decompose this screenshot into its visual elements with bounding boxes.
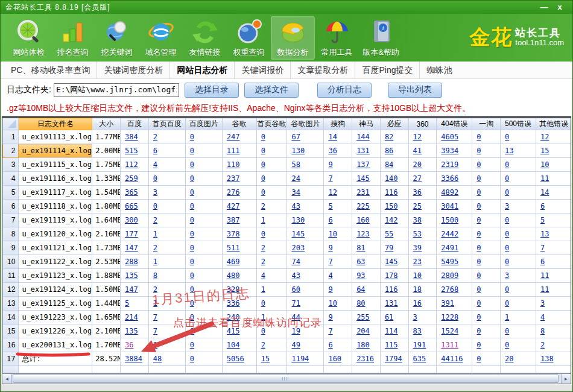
stat-link[interactable]: 84 <box>385 160 393 169</box>
stat-link[interactable]: 3 <box>505 271 509 280</box>
table-row[interactable]: 15u_ex191226_x.log2.10MB1357041501972041… <box>3 324 572 338</box>
stat-link[interactable]: 135 <box>125 327 138 335</box>
stat-link[interactable]: 0 <box>476 202 481 210</box>
column-header[interactable]: 谷歌 <box>222 118 256 130</box>
stat-link[interactable]: 67 <box>291 133 300 141</box>
table-row[interactable]: 3u_ex191115_x.log1.75MB11240110058913784… <box>3 158 572 172</box>
stat-link[interactable]: 36 <box>125 341 133 349</box>
stat-link[interactable]: 111 <box>227 147 240 155</box>
stat-link[interactable]: 7 <box>540 244 545 252</box>
stat-link[interactable]: 8 <box>540 327 545 335</box>
table-row[interactable]: 6u_ex191118_x.log1.80MB66500427243522515… <box>3 200 572 213</box>
stat-link[interactable]: 0 <box>190 174 194 183</box>
stat-link[interactable]: 255 <box>356 313 370 321</box>
stat-link[interactable]: 1 <box>153 230 157 238</box>
stat-link[interactable]: 0 <box>261 299 265 308</box>
tab-3[interactable]: 网站日志分析 <box>170 62 235 79</box>
stat-link[interactable]: 55 <box>385 230 393 238</box>
stat-link[interactable]: 0 <box>505 160 509 169</box>
table-row[interactable]: 13u_ex191125_x.log1.44MB5103360711080131… <box>3 297 572 311</box>
stat-link[interactable]: 5 <box>125 299 129 308</box>
stat-link[interactable]: 2 <box>153 216 157 224</box>
stat-link[interactable]: 9 <box>328 313 332 321</box>
stat-link[interactable]: 0 <box>261 230 265 238</box>
table-row[interactable]: 9u_ex191121_x.log1.73MB14720511220398179… <box>3 241 572 255</box>
stat-link[interactable]: 0 <box>476 244 481 252</box>
scrollbar-track[interactable] <box>12 374 561 384</box>
stat-link[interactable]: 0 <box>190 258 194 266</box>
stat-link[interactable]: 6 <box>540 258 545 266</box>
table-row[interactable]: 1u_ex191113_x.log1.77MB38420247067141448… <box>3 130 572 144</box>
stat-link[interactable]: 288 <box>125 258 138 266</box>
scroll-left-button[interactable]: ◄ <box>2 374 12 384</box>
stat-link[interactable]: 142 <box>385 216 398 224</box>
stat-link[interactable]: 6 <box>153 147 157 155</box>
stat-link[interactable]: 1194 <box>291 355 309 363</box>
stat-link[interactable]: 81 <box>356 244 365 252</box>
stat-link[interactable]: 24 <box>291 174 300 183</box>
stat-link[interactable]: 0 <box>190 355 194 363</box>
stat-link[interactable]: 0 <box>505 285 509 294</box>
stat-link[interactable]: 7 <box>328 258 332 266</box>
stat-link[interactable]: 0 <box>190 202 194 210</box>
stat-link[interactable]: 1 <box>261 285 265 294</box>
stat-link[interactable]: 5056 <box>227 355 244 363</box>
stat-link[interactable]: 2491 <box>441 244 458 252</box>
stat-link[interactable]: 123 <box>356 230 370 238</box>
stat-link[interactable]: 7 <box>328 327 332 335</box>
stat-link[interactable]: 144 <box>356 133 370 141</box>
stat-link[interactable]: 0 <box>505 174 509 183</box>
tab-7[interactable]: 蜘蛛池 <box>420 62 458 79</box>
stat-link[interactable]: 10 <box>540 160 549 169</box>
stat-link[interactable]: 665 <box>125 202 138 210</box>
stat-link[interactable]: 3366 <box>441 174 458 183</box>
table-row[interactable]: 5u_ex191117_x.log1.54MB36530276034122311… <box>3 186 572 200</box>
table-row[interactable]: 7u_ex191119_x.log1.64MB30020387113061601… <box>3 213 572 227</box>
stat-link[interactable]: 2 <box>261 258 265 266</box>
stat-link[interactable]: 3041 <box>441 202 458 210</box>
stat-link[interactable]: 0 <box>476 355 481 363</box>
stat-link[interactable]: 0 <box>505 327 509 335</box>
stat-link[interactable]: 80 <box>356 299 365 308</box>
stat-link[interactable]: 147 <box>125 244 138 252</box>
stat-link[interactable]: 1228 <box>441 313 458 321</box>
close-button[interactable]: x <box>552 1 568 13</box>
stat-link[interactable]: 191 <box>413 341 426 349</box>
stat-link[interactable]: 0 <box>476 188 481 197</box>
stat-link[interactable]: 203 <box>291 244 305 252</box>
stat-link[interactable]: 384 <box>125 133 138 141</box>
stat-link[interactable]: 135 <box>125 271 138 280</box>
stat-link[interactable]: 1 <box>261 216 265 224</box>
toolbar-item-site-check[interactable]: 网站体检 <box>7 16 51 60</box>
table-row[interactable]: 10u_ex191122_x.log2.53MB2881046927476314… <box>3 255 572 269</box>
stat-link[interactable]: 71 <box>291 299 300 308</box>
stat-link[interactable]: 177 <box>125 230 138 238</box>
select-dir-button[interactable]: 选择目录 <box>185 83 239 98</box>
stat-link[interactable]: 0 <box>505 258 509 266</box>
stat-link[interactable]: 3 <box>413 313 417 321</box>
toolbar-item-version-help[interactable]: i版本&帮助 <box>359 16 403 60</box>
table-row[interactable]: 4u_ex191116_x.log1.33MB25900237024714514… <box>3 172 572 186</box>
tab-1[interactable]: PC、移动收录率查询 <box>4 62 97 79</box>
stat-link[interactable]: 0 <box>476 174 481 183</box>
stat-link[interactable]: 378 <box>227 230 240 238</box>
stat-link[interactable]: 11 <box>540 285 549 294</box>
stat-link[interactable]: 74 <box>291 258 300 266</box>
stat-link[interactable]: 4 <box>540 313 545 321</box>
column-header[interactable]: 其他错误 <box>536 118 571 130</box>
column-header[interactable]: 360 <box>408 118 437 130</box>
stat-link[interactable]: 387 <box>227 216 240 224</box>
stat-link[interactable]: 2768 <box>441 285 458 294</box>
stat-link[interactable]: 247 <box>227 133 240 141</box>
stat-link[interactable]: 237 <box>227 174 240 183</box>
stat-link[interactable]: 0 <box>505 133 509 141</box>
column-header[interactable]: 404错误 <box>437 118 472 130</box>
tab-6[interactable]: 百度Ping提交 <box>355 62 420 79</box>
toolbar-item-data-analysis[interactable]: 数据分析 <box>271 16 315 60</box>
stat-link[interactable]: 2442 <box>441 230 458 238</box>
stat-link[interactable]: 160 <box>328 355 341 363</box>
stat-link[interactable]: 0 <box>476 313 481 321</box>
stat-link[interactable]: 130 <box>291 147 305 155</box>
stat-link[interactable]: 12 <box>328 188 337 197</box>
stat-link[interactable]: 10 <box>413 271 422 280</box>
